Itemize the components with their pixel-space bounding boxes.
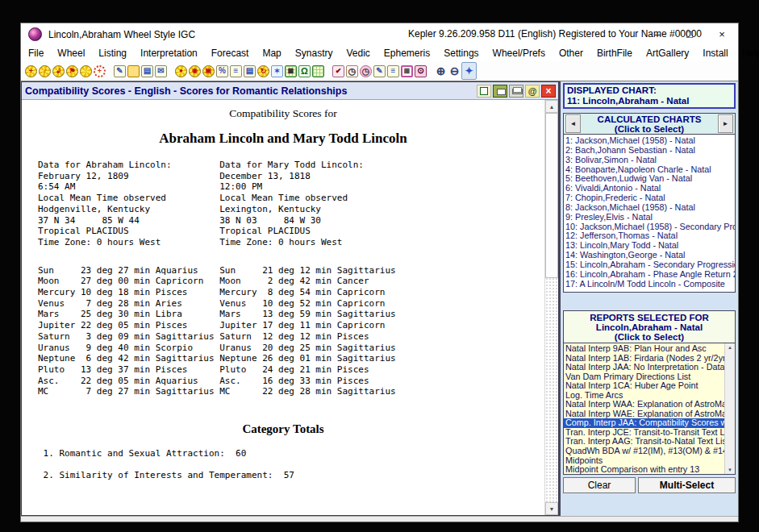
displayed-chart-box: DISPLAYED CHART: 11: Lincoln,Abraham - N… <box>563 83 736 109</box>
reports-scroll-up-icon[interactable]: ▲ <box>728 345 732 350</box>
scrollbar-thumb[interactable] <box>545 113 558 278</box>
chart-list-item[interactable]: 8: Jackson,Michael (1958) - Natal <box>565 203 735 213</box>
close-button[interactable]: × <box>706 28 738 40</box>
edit-birth-data-icon[interactable]: ✎ <box>113 63 127 79</box>
wheel-flag-icon[interactable]: ⚑ <box>65 63 79 79</box>
rotate-wheel-icon[interactable]: ↻ <box>256 63 270 79</box>
toolbar-separator <box>325 63 332 79</box>
calculated-charts-title: CALCULATED CHARTS <box>582 114 716 124</box>
edit-report-icon[interactable]: ✎ <box>373 63 386 79</box>
calculated-charts-header: ◄ CALCULATED CHARTS (Click to Select) ► <box>563 113 736 135</box>
menu-bar: FileWheelListingInterpretationForecastMa… <box>21 45 738 61</box>
multi-select-button[interactable]: Multi-Select <box>638 477 736 493</box>
compass-search-icon[interactable]: ✶ <box>270 63 284 79</box>
menu-item[interactable]: Ephemeris <box>384 48 430 59</box>
wheel-target-icon[interactable]: + <box>93 63 106 79</box>
wheel-return-icon[interactable]: ↲ <box>52 63 65 79</box>
menu-item[interactable]: Wheel/Prefs <box>493 48 545 59</box>
report-document: Compatibility Scores for Abraham Lincoln… <box>22 100 558 515</box>
wheel-mars-icon[interactable]: ♂ <box>38 63 52 79</box>
copy-chart-icon[interactable]: ▣ <box>202 63 215 79</box>
menu-item[interactable]: BirthFile <box>597 48 632 59</box>
report-names-heading: Abraham Lincoln and Mary Todd Lincoln <box>22 131 544 147</box>
app-window: Lincoln,Abraham Wheel Style IGC Kepler 9… <box>20 23 739 522</box>
report-panel: Compatibility Scores - English - Scores … <box>21 81 559 516</box>
open-file-icon[interactable] <box>127 63 140 79</box>
print-report-icon[interactable] <box>509 85 523 98</box>
report-list-item[interactable]: QuadWh BDA w/ #12(IM), #13(OM) & #14(C <box>564 447 724 456</box>
email-report-icon[interactable]: @ <box>525 85 540 98</box>
app-version-text: Kepler 9.26.209.958 D11 (English) Regist… <box>408 28 702 39</box>
reports-scroll-down-icon[interactable]: ▼ <box>728 468 732 472</box>
select-reports-check-icon[interactable]: ✔ <box>332 63 345 79</box>
biwheel-icon[interactable]: ● <box>174 63 188 79</box>
text-listing-icon[interactable]: ≡ <box>386 63 400 79</box>
category-totals-block: 1. Romantic and Sexual Attraction: 60 2.… <box>38 448 544 481</box>
chart-list-item[interactable]: 16: Lincoln,Abraham - Phase Angle Return… <box>565 270 735 280</box>
menu-item[interactable]: Help <box>742 48 759 59</box>
chart-list-item[interactable]: 2: Bach,Johann Sebastian - Natal <box>565 146 735 156</box>
report-list-item[interactable]: Natal Interp 1CA: Huber Age Point <box>564 381 724 391</box>
print-icon[interactable]: ▤ <box>140 63 154 79</box>
save-report-icon[interactable] <box>493 85 507 98</box>
report-list-item[interactable]: Natal Interp 9AB: Plan Hour and Asc <box>564 344 724 354</box>
menu-item[interactable]: Map <box>262 48 281 59</box>
reports-list-box: Natal Interp 9AB: Plan Hour and AscNatal… <box>563 343 736 475</box>
displayed-chart-value: 11: Lincoln,Abraham - Natal <box>567 96 732 106</box>
chart-list-item[interactable]: 9: Presley,Elvis - Natal <box>565 213 735 222</box>
zoom-out-icon[interactable]: ⊖ <box>448 63 461 79</box>
zoom-in-icon[interactable]: ⊕ <box>434 63 448 79</box>
toolbar-separator <box>427 63 434 79</box>
report-list-item[interactable]: Natal Interp JAA: No Interpretation - Da… <box>564 363 724 372</box>
scroll-down-icon[interactable]: ▼ <box>545 502 558 515</box>
scroll-up-icon[interactable]: ▲ <box>545 100 558 113</box>
menu-item[interactable]: Synastry <box>295 48 333 59</box>
reports-scrollbar[interactable]: ▲ ▼ <box>724 343 735 474</box>
art-wheel-icon[interactable]: ▦ <box>284 63 298 79</box>
grid-calendar-icon[interactable]: ▦ <box>400 63 414 79</box>
menu-item[interactable]: Vedic <box>346 48 369 59</box>
category-totals-heading: Category Totals <box>22 422 544 436</box>
wheel-style-icon[interactable] <box>79 63 93 79</box>
menu-item[interactable]: Wheel <box>57 48 85 59</box>
menu-item[interactable]: Interpretation <box>140 48 198 59</box>
chart-list-item[interactable]: 17: A Lincoln/M Todd Lincoln - Composite <box>565 280 735 289</box>
charts-next-button[interactable]: ► <box>718 114 733 133</box>
vedic-om-icon[interactable]: Ω <box>298 63 311 79</box>
displayed-chart-label: DISPLAYED CHART: <box>567 85 732 96</box>
menu-item[interactable]: Other <box>559 48 583 59</box>
birth-data-block: Data for Abraham Lincoln: Data for Mary … <box>38 160 544 248</box>
menu-item[interactable]: ArtGallery <box>646 48 689 59</box>
document-scrollbar[interactable]: ▲ ▼ <box>544 100 558 515</box>
report-title: Compatibility Scores - English - Scores … <box>25 85 475 97</box>
menu-item[interactable]: Install <box>703 48 728 59</box>
copy-pages-icon[interactable]: ▤ <box>243 63 256 79</box>
report-heading: Compatibility Scores for <box>22 107 544 120</box>
ephemeris-grid-icon[interactable] <box>311 63 325 79</box>
menu-item[interactable]: Listing <box>98 48 127 59</box>
window-bottom-edge <box>21 516 738 522</box>
planet-positions-block: Sun 23 deg 27 min Aquarius Sun 21 deg 12… <box>38 265 544 397</box>
title-bar: Lincoln,Abraham Wheel Style IGC Kepler 9… <box>21 23 738 45</box>
menu-item[interactable]: File <box>28 48 44 59</box>
progressed-clock-icon[interactable]: ◷ <box>359 63 373 79</box>
wheel-new-icon[interactable]: + <box>24 63 38 79</box>
menu-item[interactable]: Settings <box>444 48 478 59</box>
menu-item[interactable]: Forecast <box>211 48 249 59</box>
reports-selected-chart: Lincoln,Abraham - Natal <box>564 322 735 332</box>
clock-now-icon[interactable]: ◷ <box>345 63 359 79</box>
pointer-compass-icon[interactable]: ✦ <box>461 62 477 80</box>
app-wheel-icon <box>28 27 42 41</box>
search-wheel-icon[interactable]: ⊙ <box>414 63 427 79</box>
close-report-icon[interactable]: × <box>541 85 556 98</box>
rectify-percent-icon[interactable]: % <box>215 63 229 79</box>
chart-list-item[interactable]: 3: Bolivar,Simon - Natal <box>565 156 735 165</box>
reports-selected-title: REPORTS SELECTED FOR <box>564 313 735 322</box>
report-list-item[interactable]: Midpoint Comparison with entry 13 <box>564 465 724 474</box>
list-report-icon[interactable]: ≡ <box>229 63 243 79</box>
charts-prev-button[interactable]: ◄ <box>565 114 581 133</box>
triwheel-icon[interactable]: ◉ <box>188 63 202 79</box>
clear-button[interactable]: Clear <box>563 477 636 493</box>
copy-report-icon[interactable] <box>477 85 491 98</box>
email-icon[interactable]: ✉ <box>154 63 168 79</box>
